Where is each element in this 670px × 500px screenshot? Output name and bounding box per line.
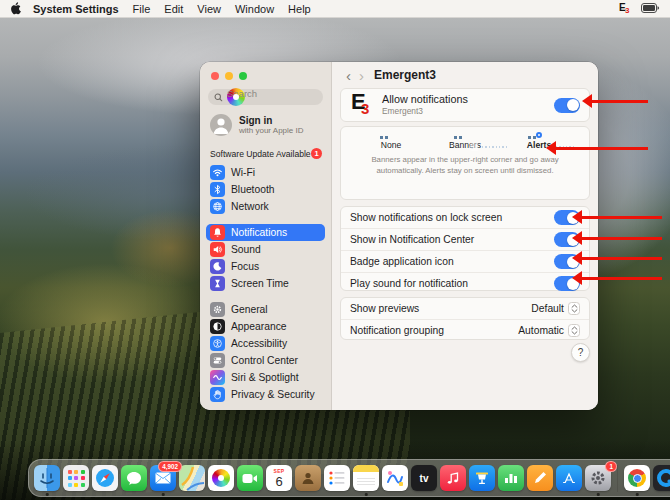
sign-in-row[interactable]: Sign in with your Apple ID — [210, 114, 323, 136]
notification-grouping-label: Notification grouping — [350, 325, 444, 336]
menu-view[interactable]: View — [197, 3, 221, 15]
notes-icon — [353, 465, 379, 491]
desktop: System Settings File Edit View Window He… — [0, 0, 670, 500]
sidebar-nav: Wi-FiBluetoothNetworkNotificationsSoundF… — [206, 164, 325, 410]
dock-item-calendar[interactable]: SEP6 — [266, 465, 292, 491]
finder-icon — [34, 465, 60, 491]
dock-badge: 1 — [605, 461, 617, 472]
dock-badge: 4,902 — [158, 461, 182, 472]
running-indicator — [597, 493, 600, 496]
search-input[interactable]: Search — [208, 89, 323, 105]
running-indicator — [636, 493, 639, 496]
settings-sidebar: Search Sign in with your Apple ID Softwa… — [200, 62, 332, 410]
menu-file[interactable]: File — [133, 3, 151, 15]
globe-icon — [210, 199, 225, 214]
sidebar-item-notifications[interactable]: Notifications — [206, 224, 325, 241]
emergent3-status-icon[interactable]: E3 — [619, 3, 632, 15]
accessibility-icon — [210, 336, 225, 351]
sidebar-item-general[interactable]: General — [206, 301, 325, 318]
sidebar-item-appearance[interactable]: Appearance — [206, 318, 325, 335]
emergent3-app-icon: E3 — [350, 93, 374, 117]
alert-style-card: None Banners Alerts Banners appear in th… — [340, 126, 590, 200]
calendar-icon: SEP6 — [266, 465, 292, 491]
menu-edit[interactable]: Edit — [164, 3, 183, 15]
sidebar-item-label: Accessibility — [231, 338, 287, 349]
battery-icon[interactable] — [641, 3, 660, 15]
forward-button[interactable]: › — [355, 68, 368, 83]
dock-item-chrome[interactable] — [624, 465, 650, 491]
dock-divider — [617, 465, 618, 492]
dock-item-pages[interactable] — [527, 465, 553, 491]
sidebar-item-label: Wi-Fi — [231, 167, 255, 178]
back-button[interactable]: ‹ — [342, 68, 355, 83]
sidebar-item-focus[interactable]: Focus — [206, 258, 325, 275]
dock-item-launchpad[interactable] — [63, 465, 89, 491]
bluetooth-icon — [210, 182, 225, 197]
menu-window[interactable]: Window — [235, 3, 274, 15]
play-sound-label: Play sound for notification — [350, 278, 468, 289]
dock-item-maps[interactable] — [179, 465, 205, 491]
sidebar-item-sound[interactable]: Sound — [206, 241, 325, 258]
dock-item-appstore[interactable] — [556, 465, 582, 491]
software-update-row[interactable]: Software Update Available 1 — [210, 148, 322, 159]
show-previews-select[interactable]: Default — [531, 302, 580, 315]
apple-icon[interactable] — [10, 2, 21, 15]
sidebar-item-accessibility[interactable]: Accessibility — [206, 335, 325, 352]
annotation-arrow-notification-center-toggle — [582, 237, 662, 240]
dock-item-messages[interactable] — [121, 465, 147, 491]
dock-item-photos[interactable] — [208, 465, 234, 491]
sidebar-item-network[interactable]: Network — [206, 198, 325, 215]
annotation-arrow-play-sound-toggle — [582, 277, 662, 280]
dock-item-tv[interactable]: tv — [411, 465, 437, 491]
dock-item-notes[interactable] — [353, 465, 379, 491]
running-indicator — [46, 493, 49, 496]
dock-item-safari[interactable] — [92, 465, 118, 491]
dock-item-numbers[interactable] — [498, 465, 524, 491]
dock-item-facetime[interactable] — [237, 465, 263, 491]
alert-style-option-banners[interactable]: Banners — [434, 132, 496, 150]
menu-help[interactable]: Help — [288, 3, 311, 15]
sidebar-item-label: Control Center — [231, 355, 298, 366]
sidebar-item-screen-time[interactable]: Screen Time — [206, 275, 325, 292]
menubar-app-name[interactable]: System Settings — [33, 3, 119, 15]
notification-grouping-select[interactable]: Automatic — [518, 324, 580, 337]
zoom-button[interactable] — [239, 72, 247, 80]
sidebar-item-siri[interactable]: Siri & Spotlight — [206, 369, 325, 386]
sidebar-item-bluetooth[interactable]: Bluetooth — [206, 181, 325, 198]
annotation-arrow-alerts-option — [556, 147, 648, 150]
facetime-icon — [237, 465, 263, 491]
dock-item-quicktime[interactable] — [653, 465, 670, 491]
dock-item-contacts[interactable] — [295, 465, 321, 491]
dock-item-music[interactable] — [440, 465, 466, 491]
sidebar-item-label: Appearance — [231, 321, 287, 332]
launchpad-icon — [63, 465, 89, 491]
alert-style-option-none[interactable]: None — [360, 132, 422, 150]
keynote-icon — [469, 465, 495, 491]
wifi-icon — [210, 165, 225, 180]
dock-item-mail[interactable]: 4,902 — [150, 465, 176, 491]
sidebar-item-label: Bluetooth — [231, 184, 275, 195]
dock-item-settings[interactable]: 1 — [585, 465, 611, 491]
dock-item-keynote[interactable] — [469, 465, 495, 491]
appearance-icon — [210, 319, 225, 334]
pages-icon — [527, 465, 553, 491]
dock-item-reminders[interactable] — [324, 465, 350, 491]
hourglass-icon — [210, 276, 225, 291]
minimize-button[interactable] — [225, 72, 233, 80]
badge-application-label: Badge application icon — [350, 256, 454, 267]
sidebar-item-wifi[interactable]: Wi-Fi — [206, 164, 325, 181]
dock-item-finder[interactable] — [34, 465, 60, 491]
help-button[interactable]: ? — [571, 343, 590, 362]
sidebar-item-privacy[interactable]: Privacy & Security — [206, 386, 325, 403]
system-settings-window: Search Sign in with your Apple ID Softwa… — [200, 62, 598, 410]
sidebar-item-label: Sound — [231, 244, 261, 255]
sidebar-item-control-center[interactable]: Control Center — [206, 352, 325, 369]
chevron-updown-icon — [568, 324, 580, 337]
allow-notifications-toggle[interactable] — [554, 98, 580, 113]
maps-icon — [179, 465, 205, 491]
freeform-icon — [382, 465, 408, 491]
notification-toggles-card: Show notifications on lock screen Show i… — [340, 206, 590, 291]
search-placeholder: Search — [227, 88, 245, 106]
dock-item-freeform[interactable] — [382, 465, 408, 491]
close-button[interactable] — [211, 72, 219, 80]
